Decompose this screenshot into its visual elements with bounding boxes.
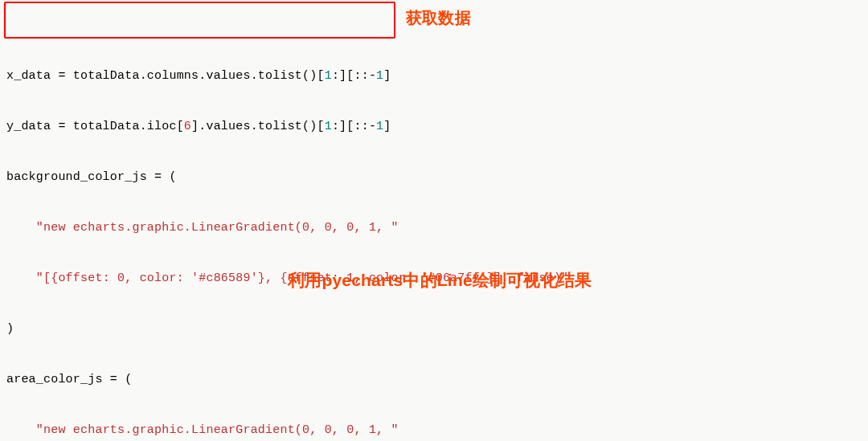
code-text: x_data = totalData.columns.values.tolist… bbox=[6, 69, 325, 83]
highlight-box bbox=[4, 2, 395, 39]
code-block: x_data = totalData.columns.values.tolist… bbox=[0, 0, 868, 441]
annotation-get-data: 获取数据 bbox=[406, 10, 471, 27]
annotation-pyecharts: 利用pyecharts中的Line绘制可视化结果 bbox=[288, 272, 592, 288]
